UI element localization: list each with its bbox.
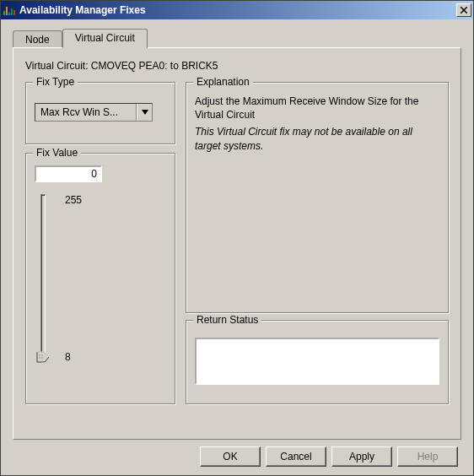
cancel-button[interactable]: Cancel — [266, 446, 326, 467]
ok-button[interactable]: OK — [200, 446, 261, 467]
close-button[interactable] — [456, 3, 471, 17]
window-title: Availability Manager Fixes — [19, 4, 456, 16]
tabpanel-virtual-circuit: Virtual Circuit: CMOVEQ PEA0: to BRICK5 … — [13, 47, 461, 440]
explanation-text-2: This Virtual Circuit fix may not be avai… — [195, 125, 439, 152]
svg-point-2 — [39, 357, 40, 358]
window-frame: Availability Manager Fixes Node Virtual … — [0, 0, 474, 476]
return-status-legend: Return Status — [193, 314, 261, 326]
close-icon — [461, 7, 467, 14]
return-status-box — [195, 338, 439, 385]
svg-point-3 — [41, 357, 42, 358]
slider-max-label: 255 — [65, 194, 82, 206]
tab-virtual-circuit-label: Virtual Circuit — [75, 32, 135, 44]
return-status-group: Return Status — [186, 320, 449, 404]
fix-value-slider[interactable] — [35, 194, 51, 363]
chevron-down-icon — [142, 110, 148, 115]
explanation-legend: Explanation — [193, 76, 253, 88]
slider-thumb[interactable] — [36, 351, 50, 363]
dropdown-button[interactable] — [137, 104, 152, 121]
svg-point-1 — [41, 354, 42, 355]
fix-type-group: Fix Type Max Rcv Win S... — [25, 82, 175, 144]
help-button[interactable]: Help — [397, 446, 458, 467]
titlebar: Availability Manager Fixes — [1, 1, 473, 19]
client-area: Node Virtual Circuit Virtual Circuit: CM… — [1, 19, 473, 475]
slider-min-label: 8 — [65, 351, 82, 363]
tab-node[interactable]: Node — [13, 30, 62, 47]
explanation-group: Explanation Adjust the Maximum Receive W… — [186, 82, 449, 313]
slider-labels: 255 8 — [65, 194, 82, 363]
virtual-circuit-line: Virtual Circuit: CMOVEQ PEA0: to BRICK5 — [25, 60, 449, 72]
tab-virtual-circuit[interactable]: Virtual Circuit — [62, 29, 148, 48]
app-icon — [3, 3, 16, 17]
fix-type-dropdown[interactable]: Max Rcv Win S... — [35, 103, 153, 122]
fix-value-group: Fix Value — [25, 153, 175, 404]
svg-point-0 — [39, 354, 40, 355]
fix-type-legend: Fix Type — [33, 76, 78, 88]
tab-node-label: Node — [25, 34, 50, 46]
slider-groove — [40, 194, 46, 363]
tabstrip: Node Virtual Circuit — [13, 29, 461, 48]
button-bar: OK Cancel Apply Help — [13, 440, 461, 468]
explanation-text-1: Adjust the Maximum Receive Window Size f… — [195, 95, 439, 122]
fix-type-selected: Max Rcv Win S... — [35, 104, 137, 121]
apply-button[interactable]: Apply — [331, 446, 392, 467]
fix-value-legend: Fix Value — [33, 147, 81, 159]
fix-value-input[interactable] — [35, 165, 102, 182]
